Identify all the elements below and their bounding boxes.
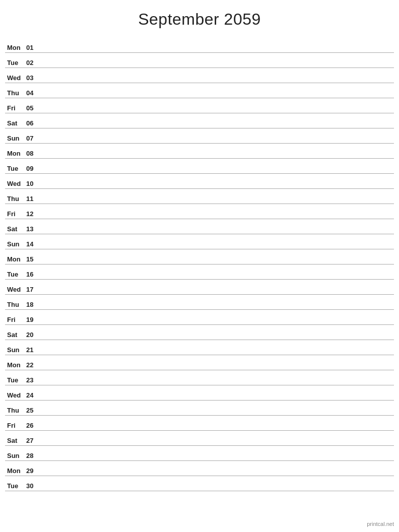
day-line bbox=[40, 429, 394, 429]
day-line bbox=[40, 81, 394, 82]
day-number: 06 bbox=[26, 119, 40, 127]
day-number: 27 bbox=[26, 437, 40, 444]
table-row: Sun07 bbox=[5, 128, 394, 144]
day-number: 08 bbox=[26, 150, 40, 157]
day-number: 29 bbox=[26, 467, 40, 475]
table-row: Mon08 bbox=[5, 144, 394, 159]
table-row: Sat13 bbox=[5, 219, 394, 234]
day-line bbox=[40, 51, 394, 51]
table-row: Mon22 bbox=[5, 355, 394, 370]
day-name: Tue bbox=[5, 482, 26, 490]
table-row: Sun28 bbox=[5, 446, 394, 461]
day-name: Wed bbox=[5, 180, 26, 187]
day-line bbox=[40, 157, 394, 157]
table-row: Thu18 bbox=[5, 295, 394, 310]
table-row: Thu25 bbox=[5, 401, 394, 416]
day-number: 11 bbox=[26, 195, 40, 203]
day-name: Mon bbox=[5, 44, 26, 51]
day-number: 04 bbox=[26, 89, 40, 97]
day-line bbox=[40, 126, 394, 127]
day-name: Mon bbox=[5, 361, 26, 369]
day-name: Sun bbox=[5, 135, 26, 142]
day-name: Tue bbox=[5, 165, 26, 172]
day-line bbox=[40, 383, 394, 384]
table-row: Mon29 bbox=[5, 461, 394, 476]
day-line bbox=[40, 96, 394, 97]
day-line bbox=[40, 187, 394, 187]
day-number: 23 bbox=[26, 376, 40, 384]
table-row: Wed24 bbox=[5, 385, 394, 401]
day-name: Thu bbox=[5, 195, 26, 203]
day-number: 09 bbox=[26, 165, 40, 172]
day-name: Sun bbox=[5, 346, 26, 354]
day-name: Sat bbox=[5, 437, 26, 444]
day-line bbox=[40, 444, 394, 444]
day-number: 10 bbox=[26, 180, 40, 187]
day-number: 01 bbox=[26, 44, 40, 51]
day-name: Wed bbox=[5, 286, 26, 293]
day-line bbox=[40, 262, 394, 263]
day-name: Sun bbox=[5, 240, 26, 248]
day-name: Mon bbox=[5, 255, 26, 263]
day-name: Wed bbox=[5, 74, 26, 82]
day-line bbox=[40, 398, 394, 399]
day-number: 12 bbox=[26, 210, 40, 218]
day-number: 13 bbox=[26, 225, 40, 233]
day-line bbox=[40, 278, 394, 278]
calendar-rows: Mon01Tue02Wed03Thu04Fri05Sat06Sun07Mon08… bbox=[5, 38, 394, 491]
table-row: Fri12 bbox=[5, 204, 394, 219]
day-number: 25 bbox=[26, 407, 40, 414]
day-name: Sat bbox=[5, 331, 26, 339]
calendar-page: September 2059 Mon01Tue02Wed03Thu04Fri05… bbox=[0, 0, 399, 532]
table-row: Tue09 bbox=[5, 159, 394, 174]
day-number: 18 bbox=[26, 301, 40, 308]
day-number: 24 bbox=[26, 391, 40, 399]
day-name: Fri bbox=[5, 422, 26, 429]
table-row: Mon15 bbox=[5, 249, 394, 264]
day-line bbox=[40, 217, 394, 218]
day-name: Sat bbox=[5, 119, 26, 127]
day-name: Tue bbox=[5, 59, 26, 66]
day-name: Fri bbox=[5, 210, 26, 218]
table-row: Thu11 bbox=[5, 189, 394, 204]
day-number: 22 bbox=[26, 361, 40, 369]
table-row: Wed03 bbox=[5, 68, 394, 83]
table-row: Sat27 bbox=[5, 431, 394, 446]
table-row: Wed10 bbox=[5, 174, 394, 189]
day-name: Thu bbox=[5, 407, 26, 414]
table-row: Sat20 bbox=[5, 325, 394, 340]
day-name: Tue bbox=[5, 376, 26, 384]
day-line bbox=[40, 66, 394, 66]
day-line bbox=[40, 474, 394, 475]
table-row: Fri19 bbox=[5, 310, 394, 325]
day-number: 28 bbox=[26, 452, 40, 459]
day-line bbox=[40, 111, 394, 112]
day-line bbox=[40, 414, 394, 414]
day-line bbox=[40, 247, 394, 248]
table-row: Tue23 bbox=[5, 370, 394, 385]
day-number: 20 bbox=[26, 331, 40, 339]
day-line bbox=[40, 232, 394, 233]
day-name: Sun bbox=[5, 452, 26, 459]
day-line bbox=[40, 353, 394, 354]
calendar-title: September 2059 bbox=[5, 10, 394, 29]
day-line bbox=[40, 338, 394, 339]
table-row: Sun14 bbox=[5, 234, 394, 249]
table-row: Fri26 bbox=[5, 416, 394, 431]
day-number: 26 bbox=[26, 422, 40, 429]
table-row: Fri05 bbox=[5, 98, 394, 113]
table-row: Tue30 bbox=[5, 476, 394, 491]
day-line bbox=[40, 489, 394, 490]
day-number: 02 bbox=[26, 59, 40, 66]
day-name: Fri bbox=[5, 316, 26, 323]
table-row: Thu04 bbox=[5, 83, 394, 98]
table-row: Sun21 bbox=[5, 340, 394, 355]
day-number: 15 bbox=[26, 255, 40, 263]
watermark: printcal.net bbox=[367, 521, 394, 527]
day-name: Sat bbox=[5, 225, 26, 233]
day-number: 05 bbox=[26, 104, 40, 112]
day-number: 21 bbox=[26, 346, 40, 354]
day-line bbox=[40, 293, 394, 293]
table-row: Tue02 bbox=[5, 53, 394, 68]
day-name: Mon bbox=[5, 150, 26, 157]
